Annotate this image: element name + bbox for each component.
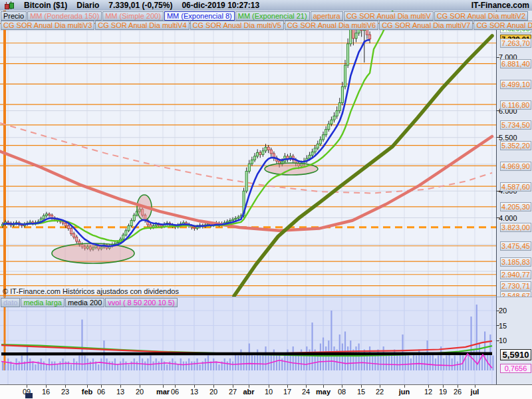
volume-bar [369, 346, 370, 370]
price-axis[interactable]: 7.0006.0005.5004.5004.0007.629,987.339,0… [496, 11, 532, 297]
price-axis-label: 5.500 [499, 134, 517, 142]
price-tag-318583: 3.185,83 [500, 257, 531, 267]
last-update-datetime: 06-dic-2019 10:27:13 [182, 1, 259, 10]
symbol-name: Bitcoin ($1) [24, 1, 67, 10]
volume-bar [492, 356, 493, 371]
panel-legend-item-1[interactable]: media larga [21, 298, 64, 307]
volume-bar [178, 364, 179, 370]
volume-bar [399, 356, 400, 371]
legend-indicator-r2-2[interactable]: CG SOR Anual Dia multiV5 [190, 21, 284, 30]
candle-body [116, 243, 118, 244]
candle-body [122, 235, 124, 239]
volume-bar [254, 356, 255, 371]
volume-bar [218, 364, 219, 370]
volume-bar [41, 358, 42, 370]
volume-bar [172, 358, 173, 370]
legend-indicator-r2-1[interactable]: CG SOR Anual Dia multiV4 [95, 21, 189, 30]
volume-bar [298, 356, 299, 371]
volume-bar [103, 340, 104, 370]
volume-canvas [0, 297, 496, 385]
volume-bar [427, 340, 428, 370]
volume-bar [51, 362, 53, 371]
legend-indicator-0[interactable]: Precio [1, 11, 27, 21]
panel-legend-item-0[interactable]: dato [1, 298, 20, 307]
candle-body [125, 231, 127, 235]
legend-indicator-r2-4[interactable]: CG SOR Anual Dia multiV7 [379, 21, 473, 30]
price-tag-649910: 6.499,10 [500, 80, 531, 89]
candle-body [341, 86, 343, 102]
volume-bar [73, 358, 74, 370]
legend-indicator-7[interactable]: CG SOR Anual Dia multiV2 [434, 11, 528, 21]
volume-bar [440, 346, 442, 370]
legend-indicator-1[interactable]: MM (Ponderada 150) [27, 11, 102, 21]
timeframe-label[interactable]: Diario [76, 1, 99, 10]
volume-bar [446, 356, 447, 371]
title-bar: Bitcoin ($1) Diario 7.339,01 (-0,75%) 06… [0, 0, 532, 11]
candle-body [270, 150, 272, 154]
candle-body [43, 215, 45, 219]
panel-legend-item-2[interactable]: media 200 [65, 298, 104, 307]
price-tag-273071: 2.730,71 [500, 281, 531, 291]
volume-bar [457, 362, 458, 371]
candle-body [328, 124, 330, 130]
price-tag-611680: 6.116,80 [500, 100, 531, 110]
legend-indicator-r2-0[interactable]: CG SOR Anual Dia multiV3 [1, 21, 94, 30]
candle-body [245, 171, 247, 191]
date-label-jun: jun [399, 388, 410, 396]
legend-indicator-3[interactable]: MM (Exponencial 8) [164, 11, 235, 21]
legend-indicator-r2-3[interactable]: CG SOR Anual Dia multiV6 [285, 21, 378, 30]
candle-body [317, 144, 319, 148]
vol-tag-55910: 5,5910 [500, 349, 531, 360]
candle-body [325, 130, 327, 135]
volume-bar [125, 362, 126, 371]
last-price-change: 7.339,01 (-0,75%) [108, 1, 172, 10]
legend-indicator-r2-5[interactable]: CG SOR Anual D [473, 21, 532, 30]
candle-body [76, 237, 78, 241]
volume-bar [150, 356, 151, 371]
candle-body [265, 147, 267, 151]
volume-bar [243, 356, 244, 371]
volume-bar [174, 362, 176, 371]
candle-body [150, 225, 152, 227]
indicator-legend-row-2: CG SOR Anual Dia multiV3CG SOR Anual Dia… [1, 21, 532, 30]
legend-indicator-2[interactable]: MM (Simple 200) [102, 11, 164, 21]
volume-indicator-panel[interactable] [0, 297, 496, 385]
volume-bar [92, 358, 94, 370]
candle-body [344, 65, 346, 86]
date-axis[interactable]: 091623feb061320mar06132027abr101724may08… [0, 384, 532, 399]
volume-bar [265, 346, 266, 370]
volume-bar [29, 358, 31, 370]
candle-body [257, 152, 259, 156]
date-label-13: 13 [116, 388, 124, 396]
volume-bar [112, 362, 113, 371]
volume-bar [306, 346, 307, 370]
candle-body [196, 227, 198, 228]
indicator-legend-row-1: PrecioMM (Ponderada 150)MM (Simple 200)M… [1, 11, 529, 21]
date-label-17: 17 [283, 388, 291, 396]
date-label-13: 13 [190, 388, 198, 396]
volume-bar [117, 364, 118, 370]
panel-legend-row: datomedia largamedia 200vvol ( 8 50 200 … [1, 298, 178, 307]
legend-indicator-4[interactable]: MM (Exponencial 21) [235, 11, 310, 21]
volume-bar [27, 346, 28, 370]
volume-bar [259, 356, 261, 371]
main-price-chart[interactable]: © IT-Finance.com Históricos ajustados co… [0, 11, 496, 297]
volume-bar [205, 358, 206, 370]
volume-bar [476, 305, 477, 370]
volume-bar [408, 356, 409, 371]
price-chart-canvas [0, 11, 496, 297]
volume-bar [7, 358, 9, 370]
price-tag-294077: 2.940,77 [500, 270, 531, 279]
legend-indicator-6[interactable]: CG SOR Anual Dia multiV [344, 11, 434, 21]
volume-bar [421, 356, 422, 371]
volume-bar [158, 362, 160, 371]
panel-legend-item-3[interactable]: vvol ( 8 50 200 10 5) [105, 298, 177, 307]
brand-link[interactable]: IT-Finance.com [471, 1, 529, 10]
volume-bar [57, 364, 58, 370]
price-tag-573450: 5.734,50 [500, 120, 531, 130]
date-label-16: 16 [42, 388, 50, 396]
date-label-feb: feb [82, 388, 93, 396]
legend-indicator-5[interactable]: apertura [311, 11, 343, 21]
date-label-06: 06 [171, 388, 179, 396]
volume-axis[interactable]: 2015105,59100,7656 [496, 297, 532, 385]
